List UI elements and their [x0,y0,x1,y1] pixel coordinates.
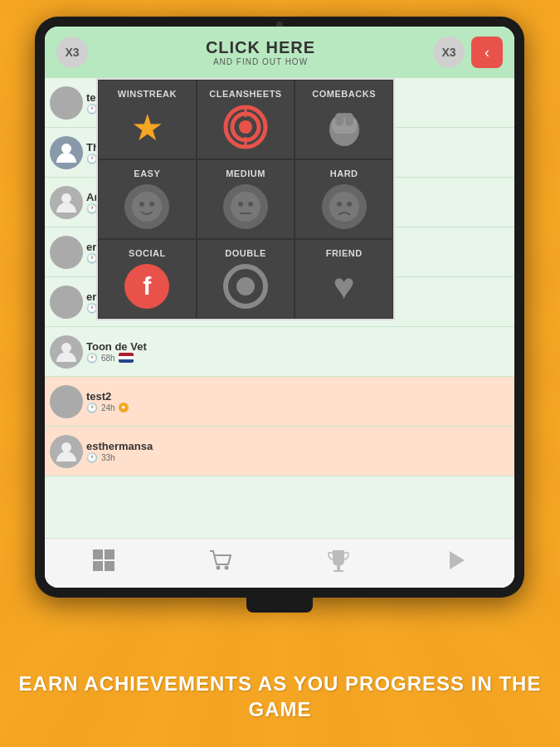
achievement-label: WINSTREAK [104,89,191,99]
svg-point-18 [139,202,144,207]
glove-icon [321,104,368,150]
svg-rect-34 [334,570,343,572]
lb-info: test2 🕐24h ● [86,390,509,413]
lb-name: esthermansa [86,440,509,452]
avatar [50,186,83,219]
achievement-cleansheets[interactable]: CLEANSHEETS [197,80,295,159]
achievement-easy[interactable]: EASY [98,159,197,239]
lb-meta: 🕐24h ● [86,403,509,413]
svg-rect-33 [337,566,340,570]
svg-point-0 [61,94,71,104]
svg-point-32 [225,566,229,570]
bottom-nav [45,538,514,588]
grid-row-3: SOCIAL f DOUBLE FRIEND ♥ [98,239,393,319]
avatar [50,136,83,169]
leaderboard-row: Toon de Vet 🕐68h [45,327,514,377]
avatar [50,86,83,120]
bottom-text-line2: GAME [0,696,560,722]
svg-point-7 [61,442,71,452]
svg-point-6 [61,393,71,403]
svg-point-4 [61,293,71,303]
x3-right-badge: X3 [433,37,465,68]
achievement-medium[interactable]: MEDIUM [197,159,295,239]
face-easy-icon [124,183,170,230]
cart-nav-icon[interactable] [208,548,233,579]
achievement-friend[interactable]: FRIEND ♥ [295,239,393,319]
svg-point-21 [238,202,243,207]
back-button[interactable]: ‹ [471,37,503,68]
svg-point-3 [61,243,71,253]
svg-point-10 [239,120,252,134]
svg-point-25 [337,202,342,207]
bottom-text-area: EARN ACHIEVEMENTS AS YOU PROGRESS IN THE… [0,671,560,722]
svg-point-31 [217,566,221,570]
play-nav-icon[interactable] [443,548,468,579]
achievement-comebacks[interactable]: COMEBACKS [295,80,393,159]
click-here-title: CLICK HERE [88,38,433,57]
tablet-bottom-bar [246,598,313,613]
lb-name: test2 [86,390,509,403]
facebook-icon: f [124,263,170,310]
grid-row-1: WINSTREAK ★ CLEANSHEETS [98,80,393,159]
avatar [50,335,83,369]
lb-name: Toon de Vet [86,340,509,353]
lb-meta: 🕐33h [86,452,509,463]
face-hard-icon [321,183,368,230]
x3-left-badge: X3 [56,37,88,68]
avatar [50,286,83,319]
heart-icon: ♥ [321,263,368,310]
target-icon [222,104,269,150]
achievement-social[interactable]: SOCIAL f [98,239,197,319]
svg-point-1 [61,144,71,154]
svg-point-22 [248,202,253,207]
achievement-label: COMEBACKS [300,89,387,99]
face-medium-icon [222,183,269,230]
grid-row-2: EASY MEDIUM [98,159,393,239]
grid-nav-icon[interactable] [91,548,116,579]
svg-rect-16 [345,113,353,126]
achievement-grid: WINSTREAK ★ CLEANSHEETS [96,78,395,320]
click-here-subtitle: AND FIND OUT HOW [88,57,433,66]
achievement-label: HARD [300,168,387,178]
achievement-label: SOCIAL [104,248,191,258]
click-here-area: CLICK HERE AND FIND OUT HOW [88,38,433,66]
achievement-label: FRIEND [300,248,387,258]
svg-marker-35 [450,551,465,569]
svg-point-26 [347,202,352,207]
svg-rect-28 [105,549,114,559]
svg-point-5 [61,343,71,353]
achievement-label: DOUBLE [202,248,290,258]
svg-point-20 [231,192,261,222]
avatar [50,435,83,468]
achievement-label: EASY [104,168,191,178]
achievement-hard[interactable]: HARD [295,159,393,239]
svg-rect-27 [93,549,103,559]
avatar [50,236,83,269]
svg-rect-15 [335,113,343,126]
star-icon: ★ [124,104,170,150]
achievement-label: MEDIUM [202,168,290,178]
svg-rect-29 [93,561,103,571]
achievement-double[interactable]: DOUBLE [197,239,295,319]
achievement-label: CLEANSHEETS [202,89,290,99]
svg-point-24 [329,192,359,222]
svg-point-19 [149,202,154,207]
achievement-winstreak[interactable]: WINSTREAK ★ [98,80,197,159]
svg-rect-30 [105,561,114,571]
tablet-screen: X3 CLICK HERE AND FIND OUT HOW X3 ‹ test… [45,27,514,588]
avatar [50,385,83,418]
svg-point-17 [132,192,162,222]
top-bar: X3 CLICK HERE AND FIND OUT HOW X3 ‹ [45,27,514,78]
lb-info: Toon de Vet 🕐68h [86,340,509,364]
lb-meta: 🕐68h [86,353,509,364]
trophy-nav-icon[interactable] [326,548,351,579]
tablet-device: X3 CLICK HERE AND FIND OUT HOW X3 ‹ test… [35,17,524,598]
leaderboard-row-highlight: esthermansa 🕐33h [45,427,514,476]
leaderboard-row-highlight: test2 🕐24h ● [45,377,514,427]
svg-point-2 [61,193,71,203]
bottom-text-line1: EARN ACHIEVEMENTS AS YOU PROGRESS IN THE [0,671,560,696]
record-icon [222,263,269,310]
lb-info: esthermansa 🕐33h [86,440,509,463]
